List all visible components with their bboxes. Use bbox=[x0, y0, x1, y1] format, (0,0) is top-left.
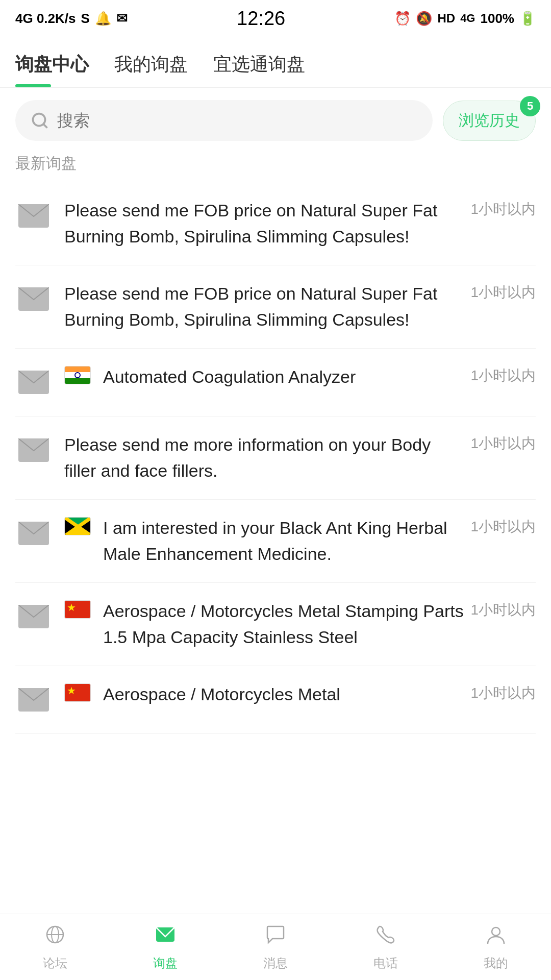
nav-forum-label: 论坛 bbox=[43, 955, 67, 971]
inquiry-row: I am interested in your Black Ant King H… bbox=[103, 515, 536, 567]
message-icon bbox=[264, 923, 287, 951]
signal-text: 4G 0.2K/s bbox=[15, 11, 76, 27]
envelope-icon bbox=[18, 688, 49, 712]
inquiry-text: Please send me FOB price on Natural Supe… bbox=[64, 198, 465, 250]
list-item[interactable]: ★ Aerospace / Motorcycles Metal 1小时以内 bbox=[15, 666, 536, 734]
search-input[interactable] bbox=[57, 111, 417, 130]
envelope-icon bbox=[18, 605, 49, 628]
inquiry-text: I am interested in your Black Ant King H… bbox=[103, 515, 465, 567]
status-left: 4G 0.2K/s S 🔔 ✉ bbox=[15, 11, 128, 27]
phone-icon bbox=[374, 923, 397, 951]
search-box[interactable] bbox=[15, 100, 433, 141]
inquiry-time: 1小时以内 bbox=[470, 598, 536, 620]
inquiry-list: Please send me FOB price on Natural Supe… bbox=[0, 182, 551, 734]
list-item[interactable]: Please send me FOB price on Natural Supe… bbox=[15, 182, 536, 265]
envelope-icon bbox=[18, 287, 49, 311]
inquiry-icon bbox=[154, 923, 177, 951]
bell-icon: 🔔 bbox=[95, 11, 111, 27]
nav-message[interactable]: 消息 bbox=[220, 923, 331, 971]
envelope-icon bbox=[18, 522, 49, 545]
section-label: 最新询盘 bbox=[0, 153, 551, 182]
mute-icon: 🔕 bbox=[416, 11, 432, 27]
mail-status-icon: ✉ bbox=[116, 11, 128, 27]
s-icon: S bbox=[81, 11, 90, 27]
list-item[interactable]: Please send me more information on your … bbox=[15, 416, 536, 500]
nav-profile-label: 我的 bbox=[484, 955, 508, 971]
list-item[interactable]: I am interested in your Black Ant King H… bbox=[15, 500, 536, 583]
bottom-nav: 论坛 询盘 消息 电话 bbox=[0, 914, 551, 980]
envelope-container bbox=[15, 364, 52, 401]
list-item[interactable]: Automated Coagulation Analyzer 1小时以内 bbox=[15, 349, 536, 416]
history-button[interactable]: 浏览历史 5 bbox=[443, 101, 536, 141]
envelope-icon bbox=[18, 204, 49, 228]
nav-forum[interactable]: 论坛 bbox=[0, 923, 110, 971]
envelope-container bbox=[15, 432, 52, 469]
flag-china-2: ★ bbox=[64, 683, 91, 702]
search-icon bbox=[31, 111, 49, 130]
tab-inquiry-center[interactable]: 询盘中心 bbox=[15, 42, 104, 87]
flag-jamaica bbox=[64, 517, 91, 535]
search-row: 浏览历史 5 bbox=[0, 88, 551, 153]
forum-icon bbox=[44, 923, 66, 951]
inquiry-time: 1小时以内 bbox=[470, 198, 536, 219]
inquiry-text: Automated Coagulation Analyzer bbox=[103, 364, 356, 390]
status-bar: 4G 0.2K/s S 🔔 ✉ 12:26 ⏰ 🔕 HD 4G 100% 🔋 bbox=[0, 0, 551, 37]
inquiry-row: Please send me FOB price on Natural Supe… bbox=[64, 198, 536, 250]
envelope-icon bbox=[18, 371, 49, 394]
nav-profile[interactable]: 我的 bbox=[441, 923, 551, 971]
envelope-container bbox=[15, 515, 52, 552]
inquiry-row: Aerospace / Motorcycles Metal 1小时以内 bbox=[103, 681, 536, 707]
nav-phone-label: 电话 bbox=[373, 955, 398, 971]
svg-point-20 bbox=[492, 927, 500, 936]
envelope-container bbox=[15, 598, 52, 635]
list-item[interactable]: Please send me FOB price on Natural Supe… bbox=[15, 265, 536, 349]
tab-my-inquiry[interactable]: 我的询盘 bbox=[114, 42, 203, 87]
nav-inquiry-label: 询盘 bbox=[153, 955, 178, 971]
nav-inquiry[interactable]: 询盘 bbox=[110, 923, 220, 971]
envelope-container bbox=[15, 681, 52, 718]
tab-preferred-inquiry[interactable]: 宜选通询盘 bbox=[213, 42, 320, 87]
envelope-container bbox=[15, 198, 52, 234]
flag-india bbox=[64, 366, 91, 384]
flag-china: ★ bbox=[64, 600, 91, 619]
svg-line-1 bbox=[43, 124, 47, 128]
inquiry-row: Aerospace / Motorcycles Metal Stamping P… bbox=[103, 598, 536, 650]
nav-phone[interactable]: 电话 bbox=[331, 923, 441, 971]
inquiry-time: 1小时以内 bbox=[470, 432, 536, 453]
alarm-icon: ⏰ bbox=[394, 11, 411, 27]
inquiry-time: 1小时以内 bbox=[470, 364, 536, 385]
envelope-container bbox=[15, 281, 52, 317]
network-icon: 4G bbox=[460, 12, 475, 25]
tabs-container: 询盘中心 我的询盘 宜选通询盘 bbox=[0, 42, 551, 88]
envelope-icon bbox=[18, 438, 49, 462]
inquiry-row: Please send me more information on your … bbox=[64, 432, 536, 484]
inquiry-text: Please send me FOB price on Natural Supe… bbox=[64, 281, 465, 333]
status-right: ⏰ 🔕 HD 4G 100% 🔋 bbox=[394, 11, 536, 27]
inquiry-time: 1小时以内 bbox=[470, 515, 536, 536]
inquiry-row: Please send me FOB price on Natural Supe… bbox=[64, 281, 536, 333]
profile-icon bbox=[485, 923, 507, 951]
inquiry-text: Aerospace / Motorcycles Metal bbox=[103, 681, 340, 707]
battery-text: 100% bbox=[480, 11, 514, 27]
inquiry-time: 1小时以内 bbox=[470, 281, 536, 302]
history-badge: 5 bbox=[520, 96, 540, 116]
hd-text: HD bbox=[437, 11, 455, 26]
inquiry-row: Automated Coagulation Analyzer 1小时以内 bbox=[103, 364, 536, 390]
inquiry-time: 1小时以内 bbox=[470, 681, 536, 703]
inquiry-text: Please send me more information on your … bbox=[64, 432, 465, 484]
inquiry-text: Aerospace / Motorcycles Metal Stamping P… bbox=[103, 598, 465, 650]
battery-icon: 🔋 bbox=[519, 11, 536, 27]
status-time: 12:26 bbox=[237, 8, 285, 30]
list-item[interactable]: ★ Aerospace / Motorcycles Metal Stamping… bbox=[15, 583, 536, 666]
nav-message-label: 消息 bbox=[263, 955, 288, 971]
